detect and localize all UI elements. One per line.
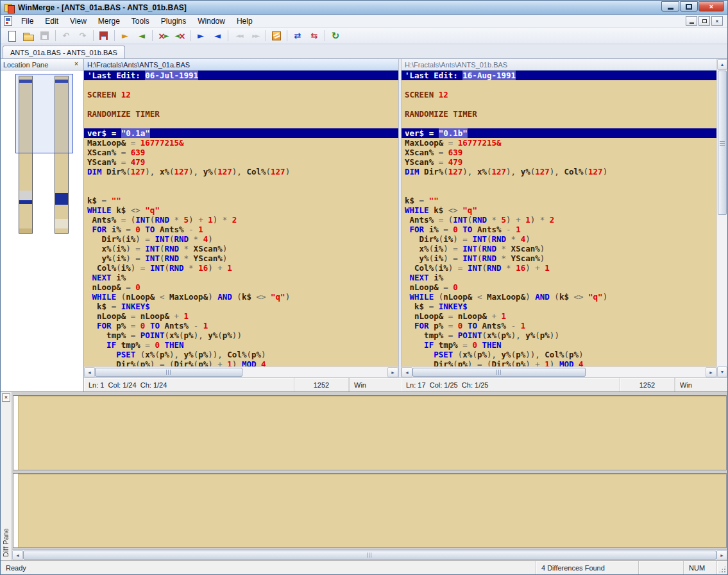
code-line[interactable]: WHILE (nLoop& < MaxLoop&) AND (k$ <> "q"…: [402, 292, 716, 302]
code-line[interactable]: [84, 176, 398, 186]
scroll-left-icon[interactable]: ◄: [12, 550, 23, 560]
code-line[interactable]: YScan% = 479: [84, 157, 398, 167]
scroll-right-icon[interactable]: ►: [706, 367, 716, 377]
right-hscroll-track[interactable]: [586, 367, 706, 377]
code-line[interactable]: WHILE k$ <> "q": [84, 205, 398, 215]
diff-pane-bottom-panel[interactable]: [13, 473, 727, 548]
menu-file[interactable]: File: [15, 15, 39, 27]
close-button[interactable]: ×: [698, 1, 724, 12]
location-viewport[interactable]: [15, 74, 73, 153]
last-difference-button[interactable]: [247, 28, 264, 43]
code-line[interactable]: nLoop& = 0: [402, 282, 716, 292]
code-line[interactable]: YScan% = 479: [402, 157, 716, 167]
left-code-editor[interactable]: 'Last Edit: 06-Jul-1991SCREEN 12RANDOMIZ…: [84, 71, 398, 366]
code-line[interactable]: Dir%(p%) = (Dir%(p%) + 1) MOD 4: [84, 359, 398, 366]
code-line[interactable]: [402, 99, 716, 109]
code-line[interactable]: PSET (x%(p%), y%(p%)), Col%(p%): [402, 350, 716, 359]
code-line[interactable]: Ants% = (INT(RND * 5) + 1) * 2: [402, 215, 716, 225]
code-line[interactable]: y%(i%) = INT(RND * YScan%): [84, 253, 398, 263]
diff-horizontal-scrollbar[interactable]: ◄ ►: [12, 549, 727, 560]
left-horizontal-scrollbar[interactable]: ◄ ►: [84, 366, 398, 377]
code-line[interactable]: PSET (x%(p%), y%(p%)), Col%(p%): [84, 350, 398, 359]
scroll-left-icon[interactable]: ◄: [84, 367, 95, 377]
code-line[interactable]: tmp% = POINT(x%(p%), y%(p%)): [84, 330, 398, 340]
code-line[interactable]: [402, 119, 716, 128]
previous-difference-button[interactable]: [209, 28, 226, 43]
location-map[interactable]: [1, 71, 83, 391]
location-pane-close-icon[interactable]: ×: [72, 60, 81, 69]
diff-pane-top-panel[interactable]: [13, 395, 727, 470]
code-line[interactable]: IF tmp% = 0 THEN: [84, 340, 398, 350]
code-line[interactable]: tmp% = POINT(x%(p%), y%(p%)): [402, 330, 716, 340]
code-line[interactable]: nLoop& = nLoop& + 1: [84, 311, 398, 321]
document-icon[interactable]: [4, 16, 12, 26]
code-line[interactable]: y%(i%) = INT(RND * YScan%): [402, 253, 716, 263]
code-line[interactable]: RANDOMIZE TIMER: [84, 109, 398, 119]
code-line[interactable]: [402, 176, 716, 186]
code-line[interactable]: XScan% = 639: [84, 148, 398, 157]
menu-edit[interactable]: Edit: [39, 15, 64, 27]
code-line[interactable]: WHILE (nLoop& < MaxLoop&) AND (k$ <> "q"…: [84, 292, 398, 302]
code-line[interactable]: RANDOMIZE TIMER: [402, 109, 716, 119]
resize-grip[interactable]: [716, 561, 727, 574]
undo-button[interactable]: [58, 28, 74, 43]
code-line[interactable]: SCREEN 12: [402, 90, 716, 99]
title-bar[interactable]: WinMerge - [ANTS_01a.BAS - ANTS_01b.BAS]…: [1, 1, 727, 15]
diff-line[interactable]: 'Last Edit: 06-Jul-1991: [84, 71, 398, 80]
code-line[interactable]: Dir%(i%) = INT(RND * 4): [84, 234, 398, 244]
scroll-right-icon[interactable]: ►: [716, 550, 727, 560]
next-difference-button[interactable]: [192, 28, 209, 43]
copy-right-button[interactable]: [117, 28, 133, 43]
code-line[interactable]: Col%(i%) = INT(RND * 16) + 1: [84, 263, 398, 273]
right-file-header[interactable]: H:\Fractals\Ants\ANTS_01b.BAS: [402, 59, 716, 71]
menu-view[interactable]: View: [64, 15, 92, 27]
vertical-scrollbar[interactable]: ▲ ▼: [716, 59, 727, 377]
refresh-button[interactable]: [327, 28, 344, 43]
diff-line[interactable]: ver$ = "0.1a": [84, 128, 398, 138]
code-line[interactable]: k$ = INKEY$: [84, 302, 398, 311]
right-code-editor[interactable]: 'Last Edit: 16-Aug-1991SCREEN 12RANDOMIZ…: [402, 71, 716, 366]
code-line[interactable]: [402, 186, 716, 196]
diff-hscroll-thumb[interactable]: [23, 551, 716, 560]
code-line[interactable]: Dir%(p%) = (Dir%(p%) + 1) MOD 4: [402, 359, 716, 366]
code-line[interactable]: Col%(i%) = INT(RND * 16) + 1: [402, 263, 716, 273]
code-line[interactable]: FOR i% = 0 TO Ants% - 1: [84, 225, 398, 234]
scroll-right-icon[interactable]: ►: [387, 367, 398, 377]
code-line[interactable]: Ants% = (INT(RND * 5) + 1) * 2: [84, 215, 398, 225]
tab-compare-document[interactable]: ANTS_01a.BAS - ANTS_01b.BAS: [3, 46, 125, 58]
code-line[interactable]: DIM Dir%(127), x%(127), y%(127), Col%(12…: [402, 167, 716, 176]
right-hscroll-thumb[interactable]: [412, 368, 586, 377]
swap-panes-button[interactable]: [289, 28, 306, 43]
open-button[interactable]: [20, 28, 37, 43]
code-line[interactable]: IF tmp% = 0 THEN: [402, 340, 716, 350]
code-line[interactable]: x%(i%) = INT(RND * XScan%): [402, 244, 716, 253]
redo-button[interactable]: [74, 28, 91, 43]
copy-all-left-button[interactable]: [171, 28, 188, 43]
scroll-left-icon[interactable]: ◄: [402, 367, 412, 377]
save-button[interactable]: [37, 28, 53, 43]
code-line[interactable]: [402, 80, 716, 90]
scroll-up-icon[interactable]: ▲: [717, 59, 727, 70]
menu-window[interactable]: Window: [192, 15, 231, 27]
save-all-button[interactable]: [96, 28, 112, 43]
code-line[interactable]: k$ = INKEY$: [402, 302, 716, 311]
code-line[interactable]: k$ = "": [402, 196, 716, 205]
menu-tools[interactable]: Tools: [126, 15, 155, 27]
diff-line[interactable]: 'Last Edit: 16-Aug-1991: [402, 71, 716, 80]
code-line[interactable]: NEXT i%: [84, 273, 398, 282]
left-file-header[interactable]: H:\Fractals\Ants\ANTS_01a.BAS: [84, 59, 398, 71]
copy-left-button[interactable]: [133, 28, 150, 43]
code-line[interactable]: XScan% = 639: [402, 148, 716, 157]
first-difference-button[interactable]: [230, 28, 247, 43]
code-line[interactable]: FOR i% = 0 TO Ants% - 1: [402, 225, 716, 234]
left-hscroll-thumb[interactable]: [95, 368, 242, 377]
code-line[interactable]: [84, 80, 398, 90]
code-line[interactable]: SCREEN 12: [84, 90, 398, 99]
vscroll-track[interactable]: [717, 216, 727, 366]
right-horizontal-scrollbar[interactable]: ◄ ►: [402, 366, 716, 377]
code-line[interactable]: WHILE k$ <> "q": [402, 205, 716, 215]
code-line[interactable]: DIM Dir%(127), x%(127), y%(127), Col%(12…: [84, 167, 398, 176]
menu-help[interactable]: Help: [231, 15, 258, 27]
auto-merge-button[interactable]: [268, 28, 285, 43]
diff-pane-close-icon[interactable]: ×: [2, 393, 10, 402]
